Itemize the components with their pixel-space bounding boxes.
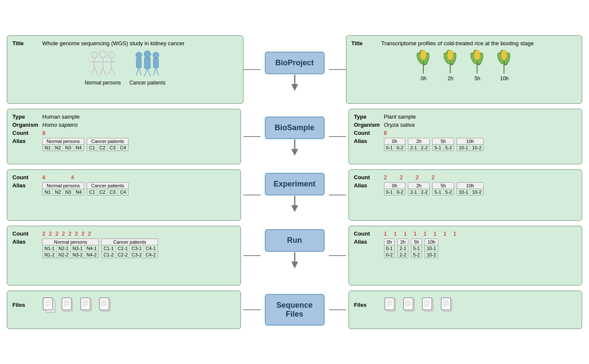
alias-label-r4: Alias: [354, 239, 384, 245]
count-label-r2: Count: [354, 130, 384, 136]
alias-label-l4: Alias: [12, 239, 42, 245]
type-label-r: Type: [354, 114, 384, 120]
count-label-l2: Count: [12, 130, 42, 136]
normal-persons-icon: [86, 50, 120, 80]
alias-groups-l3: Normal persons N1 N2 N3 N4 Cancer patien…: [42, 182, 129, 195]
alias-header-r2-5h: 5h: [433, 138, 454, 145]
organism-label-r: Organism: [354, 122, 384, 128]
files-label-l: Files: [12, 302, 42, 308]
svg-point-43: [474, 50, 480, 60]
sequence-files-box: Sequence Files: [265, 294, 325, 326]
svg-line-14: [111, 68, 115, 75]
svg-rect-103: [441, 298, 451, 310]
svg-marker-52: [291, 205, 298, 212]
cancer-patients-label: Cancer patients: [129, 80, 165, 86]
svg-point-33: [420, 50, 426, 60]
alias-stack-c4: C4-1 C4-2: [144, 245, 158, 258]
svg-point-10: [108, 52, 114, 58]
alias-l3-c3: C3: [108, 189, 118, 195]
arrow-3: [288, 195, 301, 213]
files-label-r: Files: [354, 302, 384, 308]
right-connector-4: [329, 255, 346, 256]
count-l3-1: 4: [42, 174, 45, 181]
svg-point-23: [153, 52, 159, 58]
svg-marker-54: [291, 262, 298, 268]
alias-r2-2-1: 2-1: [408, 145, 419, 151]
alias-group-l4-normal: Normal persons N1-1 N1-2 N2-1 N2-2: [42, 239, 99, 258]
organism-label-l: Organism: [12, 122, 42, 128]
title-label: Title: [12, 40, 42, 47]
alias-group-cancer: Cancer patients C1 C2 C3 C4: [87, 138, 129, 151]
file-icons-left: [42, 295, 112, 315]
svg-point-0: [91, 52, 97, 58]
svg-point-38: [447, 50, 453, 60]
rice-plant-0h-icon: [412, 50, 435, 76]
alias-cell-c2: C2: [97, 145, 108, 151]
alias-header-r2-10h: 10h: [457, 138, 483, 145]
alias-label-l2: Alias: [12, 138, 42, 144]
rice-2h-label: 2h: [448, 76, 453, 82]
svg-line-21: [144, 69, 147, 76]
left-panel-experiment: Count 4 4 Alias Normal persons N1 N2: [7, 169, 241, 221]
cancer-patients-icon: [130, 50, 164, 80]
count-value-l2: 8: [42, 130, 45, 136]
right-panel-title: Title Transcriptome profiles of cold-tre…: [346, 35, 583, 104]
count-label-l4: Count: [12, 230, 42, 237]
alias-group-r4-0h: 0h 0-1 0-2: [384, 239, 395, 258]
right-connector-2: [329, 136, 346, 137]
type-label-l: Type: [12, 114, 42, 120]
alias-l3-n3: N3: [63, 189, 73, 195]
rice-10h-label: 10h: [500, 76, 509, 82]
alias-label-r3: Alias: [354, 182, 384, 189]
alias-header-normal: Normal persons: [43, 138, 84, 145]
count-value-r2: 8: [384, 130, 387, 136]
svg-point-15: [136, 52, 142, 58]
alias-group-r3-2h: 2h 2-1 2-2: [408, 182, 430, 195]
alias-r2-5-2: 5-2: [443, 145, 454, 151]
alias-group-normal: Normal persons N1 N2 N3 N4: [42, 138, 84, 151]
arrow-4: [288, 252, 301, 269]
svg-line-4: [94, 68, 98, 75]
svg-rect-61: [43, 298, 53, 310]
svg-line-18: [139, 68, 141, 76]
right-panel-biosample: Type Plant sample Organism Oryza sativa …: [349, 109, 583, 164]
alias-l3-c2: C2: [97, 189, 108, 195]
alias-cell-c1: C1: [87, 145, 97, 151]
count-values-r4: 1 1 1 1 1 1 1 1: [384, 230, 457, 237]
right-connector-5: [329, 309, 346, 310]
svg-point-19: [144, 51, 151, 58]
alias-group-r2-10h: 10h 10-1 10-2: [457, 138, 484, 151]
right-title-label: Title: [352, 40, 381, 47]
alias-cell-n3: N3: [63, 145, 73, 151]
right-connector-3: [329, 195, 346, 195]
organism-value-r: Oryza sativa: [384, 122, 415, 128]
svg-rect-97: [422, 298, 432, 310]
organism-value-l: Homo sapiens: [42, 122, 78, 128]
alias-l3-n4: N4: [73, 189, 84, 195]
alias-groups-l2: Normal persons N1 N2 N3 N4 Cancer patien…: [42, 138, 129, 151]
rice-plant-5h-icon: [466, 50, 489, 76]
rice-5h: 5h: [466, 50, 489, 82]
svg-marker-50: [291, 149, 298, 156]
alias-header-r2-2h: 2h: [408, 138, 429, 145]
alias-r2-10-2: 10-2: [470, 145, 483, 151]
experiment-box: Experiment: [265, 173, 325, 195]
alias-cell-n4: N4: [73, 145, 84, 151]
center-row-3: Experiment: [261, 169, 329, 221]
left-connector-5: [243, 309, 261, 310]
alias-group-r4-5h: 5h 5-1 5-2: [411, 239, 422, 258]
center-row-4: Run: [261, 225, 329, 286]
alias-group-l3-cancer: Cancer patients C1 C2 C3 C4: [87, 182, 129, 195]
alias-header-l3-cancer: Cancer patients: [87, 183, 128, 189]
left-panel-title: Title Whole genome sequencing (WGS) stud…: [7, 35, 243, 104]
alias-l3-n2: N2: [53, 189, 63, 195]
left-panel-run: Count 2 2 2 2 2 2 2 2 Alias: [7, 226, 241, 285]
alias-r2-5-1: 5-1: [433, 145, 443, 151]
svg-rect-20: [144, 58, 150, 69]
left-connector-1: [243, 69, 261, 70]
rice-0h-label: 0h: [421, 76, 426, 82]
alias-label-l3: Alias: [12, 182, 42, 189]
alias-groups-r4: 0h 0-1 0-2 2h: [384, 239, 439, 258]
svg-rect-16: [136, 58, 141, 68]
svg-point-5: [100, 51, 106, 58]
